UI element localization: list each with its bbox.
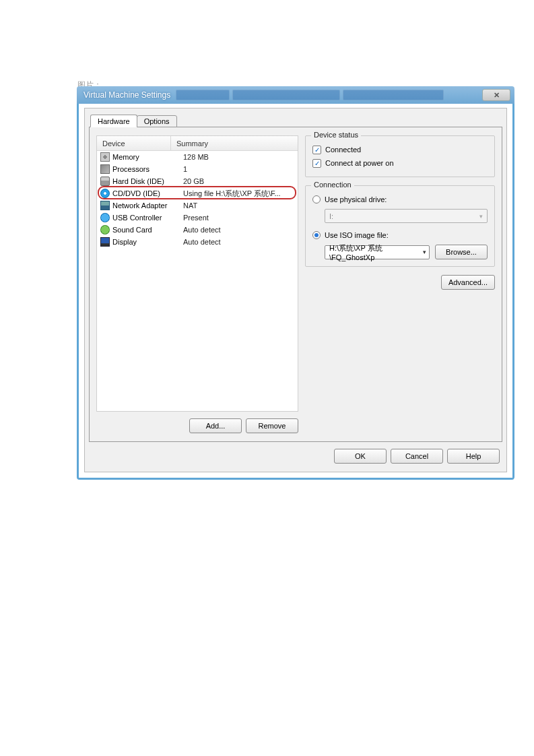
usb-icon	[100, 212, 110, 223]
window-close-button[interactable]: ✕	[482, 89, 510, 101]
tab-strip: Hardware Options	[89, 113, 502, 127]
close-icon: ✕	[494, 91, 500, 100]
memory-icon	[100, 152, 110, 162]
column-header-summary[interactable]: Summary	[171, 136, 298, 150]
add-button[interactable]: Add...	[189, 418, 242, 433]
device-summary: Present	[183, 214, 298, 222]
cancel-button[interactable]: Cancel	[391, 449, 443, 464]
device-name: Processors	[112, 165, 183, 173]
window-title: Virtual Machine Settings	[84, 90, 170, 100]
connect-poweron-checkbox[interactable]: ✓ Connect at power on	[312, 156, 488, 170]
physical-drive-radio[interactable]: Use physical drive:	[312, 193, 488, 206]
device-summary: Auto detect	[183, 226, 298, 234]
radio-label: Use physical drive:	[325, 195, 387, 203]
network-icon	[100, 200, 110, 211]
device-name: Sound Card	[112, 226, 183, 234]
ok-button[interactable]: OK	[334, 449, 387, 464]
cpu-icon	[100, 164, 110, 175]
display-icon	[100, 237, 110, 247]
device-name: Network Adapter	[112, 201, 183, 210]
checkbox-label: Connected	[325, 146, 361, 154]
connected-checkbox[interactable]: ✓ Connected	[312, 143, 488, 156]
checkbox-icon: ✓	[312, 159, 321, 168]
device-row-sound[interactable]: Sound Card Auto detect	[97, 224, 298, 236]
device-summary: Using file H:\系统\XP 系统\F...	[183, 189, 298, 199]
device-summary: 1	[183, 165, 298, 173]
browse-button[interactable]: Browse...	[435, 245, 488, 259]
device-name: CD/DVD (IDE)	[112, 189, 183, 197]
radio-icon	[312, 231, 321, 239]
device-row-cddvd[interactable]: CD/DVD (IDE) Using file H:\系统\XP 系统\F...	[97, 187, 298, 199]
titlebar[interactable]: Virtual Machine Settings ✕	[77, 86, 514, 104]
taskbar-background	[176, 89, 477, 101]
device-name: Hard Disk (IDE)	[112, 177, 183, 185]
device-status-group: Device status ✓ Connected ✓ Connect at p…	[305, 135, 495, 177]
group-title: Device status	[311, 131, 361, 139]
device-list[interactable]: Device Summary Memory 128 MB Processors …	[96, 135, 298, 412]
chevron-down-icon: ▾	[479, 213, 483, 220]
connection-group: Connection Use physical drive: I: ▾	[305, 185, 495, 267]
vm-settings-window: Virtual Machine Settings ✕ Hardware Opti…	[77, 86, 514, 480]
radio-icon	[312, 195, 321, 203]
iso-path-combo[interactable]: H:\系统\XP 系统\FQ_GhostXp ▾	[325, 245, 430, 259]
device-name: Display	[112, 238, 183, 246]
physical-drive-select: I: ▾	[325, 209, 488, 223]
device-row-harddisk[interactable]: Hard Disk (IDE) 20 GB	[97, 175, 298, 187]
device-row-display[interactable]: Display Auto detect	[97, 236, 298, 248]
chevron-down-icon: ▾	[423, 249, 426, 255]
group-title: Connection	[311, 181, 354, 189]
device-summary: 20 GB	[183, 177, 298, 185]
column-header-device[interactable]: Device	[97, 136, 171, 150]
device-name: Memory	[112, 153, 183, 161]
device-summary: NAT	[183, 201, 298, 210]
device-summary: Auto detect	[183, 238, 298, 246]
select-value: I:	[329, 212, 333, 220]
device-name: USB Controller	[112, 214, 183, 222]
tab-options[interactable]: Options	[137, 115, 177, 127]
combo-value: H:\系统\XP 系统\FQ_GhostXp	[329, 243, 423, 261]
device-row-usb[interactable]: USB Controller Present	[97, 212, 298, 224]
radio-label: Use ISO image file:	[325, 231, 389, 239]
help-button[interactable]: Help	[447, 449, 500, 464]
remove-button[interactable]: Remove	[246, 418, 298, 433]
device-row-network[interactable]: Network Adapter NAT	[97, 199, 298, 212]
advanced-button[interactable]: Advanced...	[441, 275, 495, 290]
tab-hardware[interactable]: Hardware	[90, 115, 137, 127]
iso-image-radio[interactable]: Use ISO image file:	[312, 228, 488, 242]
device-row-processors[interactable]: Processors 1	[97, 163, 298, 175]
device-row-memory[interactable]: Memory 128 MB	[97, 151, 298, 163]
device-summary: 128 MB	[183, 153, 298, 161]
checkbox-label: Connect at power on	[325, 159, 394, 167]
device-list-header: Device Summary	[97, 136, 298, 151]
hdd-icon	[100, 176, 110, 187]
cd-icon	[100, 188, 110, 199]
checkbox-icon: ✓	[312, 146, 321, 154]
sound-icon	[100, 224, 110, 235]
dialog-footer: OK Cancel Help	[89, 442, 502, 465]
